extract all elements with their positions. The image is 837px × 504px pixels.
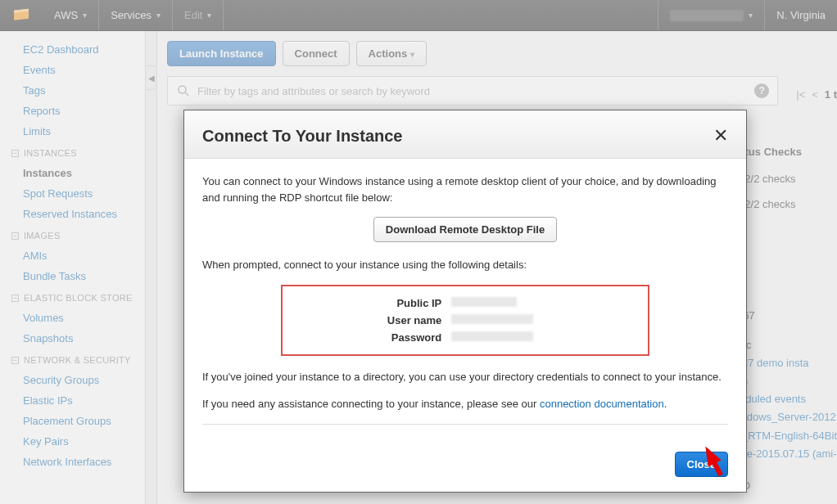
pager: |< < 1 t [796, 88, 837, 101]
toolbar: Launch Instance Connect Actions ▾ [157, 41, 837, 76]
sidebar-link-network-interfaces[interactable]: Network Interfaces [0, 452, 145, 472]
sidebar-link-ec2-dashboard[interactable]: EC2 Dashboard [0, 39, 145, 60]
edit-menu-label: Edit [184, 9, 202, 21]
sidebar-link-tags[interactable]: Tags [0, 80, 145, 101]
services-menu-label: Services [111, 9, 152, 21]
collapse-icon: − [11, 150, 19, 157]
modal-help-text: If you need any assistance connecting to… [202, 396, 728, 412]
search-input[interactable] [197, 85, 748, 97]
connect-button[interactable]: Connect [283, 41, 350, 66]
connection-documentation-link[interactable]: connection documentation [540, 398, 664, 410]
sidebar-section-network-security[interactable]: −NETWORK & SECURITY [0, 349, 145, 370]
page-prev-icon[interactable]: < [812, 88, 818, 101]
sidebar-link-amis[interactable]: AMIs [0, 245, 145, 266]
aws-menu-label: AWS [54, 9, 78, 21]
modal-title: Connect To Your Instance [202, 127, 713, 146]
sidebar-link-security-groups[interactable]: Security Groups [0, 370, 145, 390]
modal-body: You can connect to your Windows instance… [184, 159, 746, 439]
sidebar-link-bundle-tasks[interactable]: Bundle Tasks [0, 266, 145, 286]
sidebar-link-volumes[interactable]: Volumes [0, 308, 145, 328]
collapse-icon: − [11, 357, 19, 364]
sidebar-link-instances[interactable]: Instances [0, 163, 145, 183]
svg-line-3 [185, 92, 188, 96]
sidebar-collapser: ◀ [146, 31, 157, 504]
page-first-icon[interactable]: |< [796, 88, 805, 101]
sidebar-link-limits[interactable]: Limits [0, 121, 145, 142]
search-bar: ? [167, 76, 778, 106]
caret-down-icon: ▾ [83, 11, 87, 20]
modal-header: Connect To Your Instance ✕ [184, 110, 746, 159]
account-menu[interactable]: ▾ [658, 0, 764, 30]
close-button[interactable]: Close [675, 452, 728, 477]
sidebar-section-images[interactable]: −IMAGES [0, 224, 145, 245]
aws-logo-icon [11, 6, 31, 25]
region-label: N. Virginia [776, 9, 826, 21]
caret-down-icon: ▾ [156, 11, 161, 20]
password-value-redacted [451, 331, 533, 341]
sidebar-link-spot-requests[interactable]: Spot Requests [0, 183, 145, 204]
collapse-icon: − [11, 295, 19, 302]
services-menu[interactable]: Services▾ [99, 0, 173, 30]
sidebar-link-events[interactable]: Events [0, 60, 145, 80]
caret-down-icon: ▾ [207, 11, 211, 20]
pager-count: 1 t [825, 88, 837, 101]
sidebar-link-key-pairs[interactable]: Key Pairs [0, 431, 145, 452]
modal-footer: Close [184, 439, 746, 492]
sidebar-link-snapshots[interactable]: Snapshots [0, 328, 145, 349]
username-value-redacted [451, 314, 533, 324]
sidebar-link-reports[interactable]: Reports [0, 101, 145, 121]
collapse-icon: − [11, 232, 19, 240]
modal-directory-text: If you've joined your instance to a dire… [202, 369, 728, 385]
sidebar: EC2 DashboardEventsTagsReportsLimits −IN… [0, 31, 146, 504]
modal-prompt-text: When prompted, connect to your instance … [202, 257, 728, 273]
top-nav: AWS▾ Services▾ Edit▾ ▾ N. Virginia [0, 0, 837, 31]
sidebar-section-instances[interactable]: −INSTANCES [0, 142, 145, 163]
username-label: User name [294, 314, 451, 326]
close-icon[interactable]: ✕ [713, 125, 728, 146]
aws-menu[interactable]: AWS▾ [43, 0, 99, 30]
actions-button[interactable]: Actions ▾ [356, 41, 427, 66]
download-rdp-button[interactable]: Download Remote Desktop File [373, 217, 557, 242]
collapse-sidebar-button[interactable]: ◀ [145, 65, 157, 90]
sidebar-link-reserved-instances[interactable]: Reserved Instances [0, 204, 145, 224]
svg-point-2 [179, 86, 186, 93]
region-menu[interactable]: N. Virginia [764, 0, 837, 30]
caret-down-icon: ▾ [410, 50, 414, 59]
connect-to-instance-modal: Connect To Your Instance ✕ You can conne… [183, 110, 747, 493]
edit-menu[interactable]: Edit▾ [173, 0, 224, 30]
launch-instance-button[interactable]: Launch Instance [167, 41, 276, 66]
sidebar-link-placement-groups[interactable]: Placement Groups [0, 411, 145, 431]
account-name-redacted [670, 10, 744, 21]
help-icon[interactable]: ? [754, 83, 769, 98]
public-ip-label: Public IP [294, 297, 451, 309]
password-label: Password [294, 331, 451, 344]
search-icon [176, 83, 191, 98]
modal-intro-text: You can connect to your Windows instance… [202, 173, 728, 205]
sidebar-section-elastic-block-store[interactable]: −ELASTIC BLOCK STORE [0, 286, 145, 308]
caret-down-icon: ▾ [749, 11, 753, 20]
sidebar-link-elastic-ips[interactable]: Elastic IPs [0, 390, 145, 411]
public-ip-value-redacted [451, 297, 517, 307]
credentials-box: Public IP User name Password [281, 285, 649, 356]
